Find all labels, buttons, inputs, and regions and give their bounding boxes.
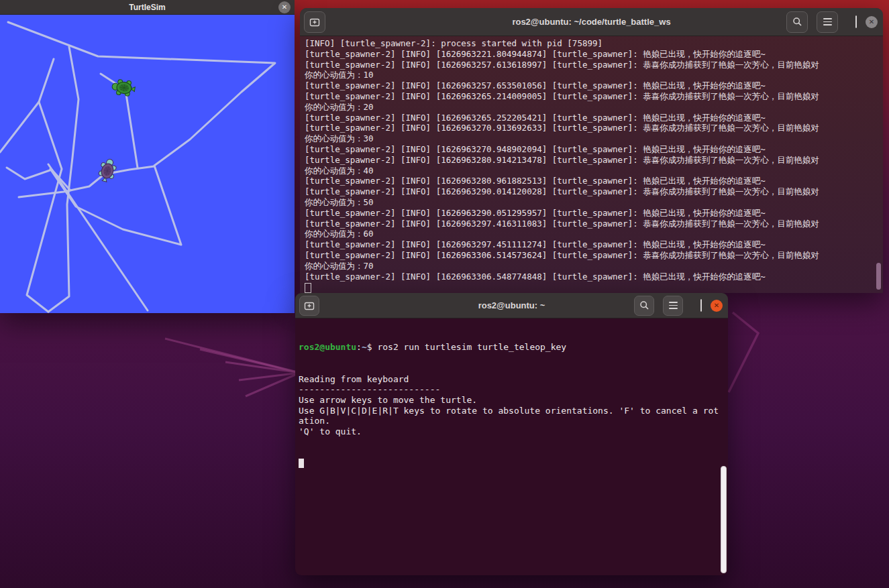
terminal-bottom-menu-button[interactable] (663, 296, 683, 316)
turtlesim-close-button[interactable]: ✕ (278, 1, 291, 13)
turtlesim-window: TurtleSim ✕ (0, 0, 295, 313)
terminal-line-4: ation. (299, 416, 723, 426)
terminal-line-18: 你的心动值为：60 (305, 229, 878, 239)
terminal-line-19: [turtle_spawner-2] [INFO] [1626963297.45… (305, 239, 878, 250)
terminal-top-scrollbar[interactable] (876, 263, 881, 290)
terminal-line-10: [turtle_spawner-2] [INFO] [1626963270.94… (305, 144, 878, 155)
terminal-line-3: 你的心动值为：10 (305, 70, 878, 80)
terminal-line-8: [turtle_spawner-2] [INFO] [1626963270.91… (305, 123, 878, 133)
terminal-line-2: [turtle_spawner-2] [INFO] [1626963257.61… (305, 60, 878, 70)
turtlesim-titlebar[interactable]: TurtleSim ✕ (0, 0, 295, 15)
prompt-line: ros2@ubuntu:~$ ros2 run turtlesim turtle… (299, 342, 723, 353)
search-icon (792, 17, 802, 27)
terminal-bottom-close-button[interactable]: ✕ (711, 300, 723, 312)
terminal-top-content[interactable]: [INFO] [turtle_spawner-2]: process start… (300, 36, 883, 293)
new-tab-icon (309, 17, 320, 27)
hamburger-menu-icon (823, 18, 832, 25)
wallpaper-chevron (729, 312, 758, 392)
terminal-line-9: 你的心动值为：30 (305, 133, 878, 144)
terminal-line-13: [turtle_spawner-2] [INFO] [1626963280.96… (305, 176, 878, 186)
terminal-line-15: 你的心动值为：50 (305, 197, 878, 208)
terminal-window-teleop: ros2@ubuntu: ~ ✕ (295, 293, 728, 575)
terminal-line-7: [turtle_spawner-2] [INFO] [1626963265.25… (305, 113, 878, 123)
terminal-line-1: --------------------------- (299, 384, 723, 395)
new-tab-icon (304, 301, 315, 310)
prompt-path: ~ (362, 342, 367, 352)
terminal-line-21: 你的心动值为：70 (305, 261, 878, 272)
turtlesim-background (0, 15, 295, 313)
terminal-line-1: [turtle_spawner-2] [INFO] [1626963221.80… (305, 49, 878, 60)
terminal-bottom-search-button[interactable] (634, 296, 654, 316)
search-icon (639, 300, 649, 310)
maximize-icon (700, 299, 702, 312)
turtlesim-window-title: TurtleSim (129, 3, 165, 12)
terminal-line-14: [turtle_spawner-2] [INFO] [1626963290.01… (305, 186, 878, 197)
terminal-line-11: [turtle_spawner-2] [INFO] [1626963280.91… (305, 155, 878, 166)
close-icon: ✕ (869, 19, 874, 25)
wallpaper-ray (200, 349, 300, 373)
prompt-separator: : (356, 342, 362, 352)
terminal-line-22: [turtle_spawner-2] [INFO] [1626963306.54… (305, 272, 878, 282)
desktop: TurtleSim ✕ ros2@ubuntu: ~/code/turtle_b… (0, 0, 889, 588)
terminal-bottom-content[interactable]: ros2@ubuntu:~$ ros2 run turtlesim turtle… (295, 318, 728, 575)
terminal-top-titlebar[interactable]: ros2@ubuntu: ~/code/turtle_battle_ws (300, 8, 883, 36)
terminal-line-5: 'Q' to quit. (299, 426, 723, 437)
terminal-bottom-scrollbar[interactable] (721, 466, 727, 573)
terminal-cursor (305, 283, 311, 293)
terminal-line-6: 你的心动值为：20 (305, 102, 878, 113)
terminal-line-17: [turtle_spawner-2] [INFO] [1626963297.41… (305, 219, 878, 229)
prompt-dollar: $ (367, 342, 378, 352)
prompt-command: ros2 run turtlesim turtle_teleop_key (377, 342, 566, 352)
terminal-line-3: Use G|B|V|C|D|E|R|T keys to rotate to ab… (299, 406, 723, 416)
close-icon: ✕ (282, 4, 287, 11)
terminal-window-turtle-battle: ros2@ubuntu: ~/code/turtle_battle_ws (300, 8, 883, 293)
prompt-user: ros2@ubuntu (299, 342, 356, 352)
terminal-line-0: Reading from keyboard (299, 374, 723, 385)
terminal-cursor (299, 459, 304, 468)
new-tab-button[interactable] (299, 296, 319, 316)
terminal-top-close-button[interactable]: ✕ (866, 16, 878, 28)
terminal-bottom-maximize-button[interactable] (700, 300, 702, 312)
terminal-top-search-button[interactable] (786, 11, 808, 33)
new-tab-button[interactable] (304, 11, 325, 33)
hamburger-menu-icon (669, 302, 678, 309)
terminal-line-4: [turtle_spawner-2] [INFO] [1626963257.65… (305, 80, 878, 91)
terminal-line-5: [turtle_spawner-2] [INFO] [1626963265.21… (305, 91, 878, 102)
terminal-bottom-titlebar[interactable]: ros2@ubuntu: ~ ✕ (295, 293, 728, 318)
terminal-line-0: [INFO] [turtle_spawner-2]: process start… (305, 38, 878, 49)
maximize-icon (855, 15, 857, 28)
terminal-line-20: [turtle_spawner-2] [INFO] [1626963306.51… (305, 250, 878, 261)
close-icon: ✕ (714, 302, 719, 309)
terminal-line-12: 你的心动值为：40 (305, 166, 878, 176)
turtlesim-canvas (0, 15, 295, 313)
terminal-line-2: Use arrow keys to move the turtle. (299, 395, 723, 406)
terminal-line-16: [turtle_spawner-2] [INFO] [1626963290.05… (305, 208, 878, 219)
terminal-top-maximize-button[interactable] (855, 16, 857, 28)
terminal-top-menu-button[interactable] (817, 11, 838, 33)
